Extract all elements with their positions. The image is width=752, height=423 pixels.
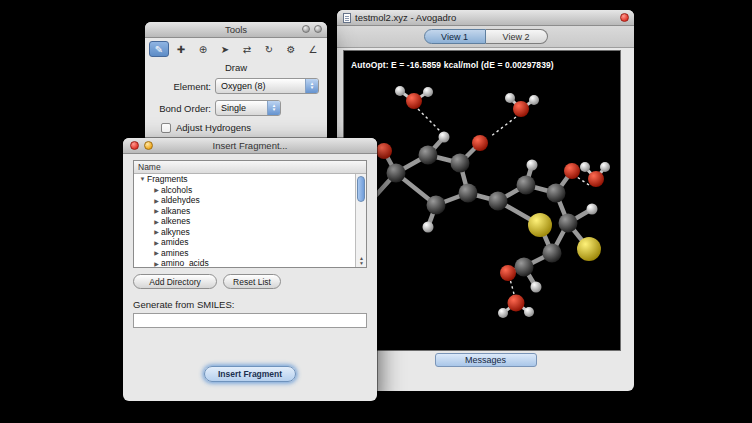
reset-list-button[interactable]: Reset List — [223, 274, 281, 289]
main-window-title: testmol2.xyz - Avogadro — [355, 12, 456, 23]
tree-item-fragments[interactable]: ▼ Fragments — [134, 174, 355, 185]
add-directory-button-label: Add Directory — [149, 277, 201, 287]
navigate-tool-glyph: ✚ — [177, 44, 185, 55]
document-icon — [343, 13, 351, 23]
bond-order-dropdown[interactable]: Single ▲▼ — [215, 100, 281, 116]
tree-item-label: amino_acids — [161, 258, 209, 267]
measure-tool-icon[interactable]: ∠ — [303, 41, 323, 57]
auto-rotate-tool-icon[interactable]: ↻ — [259, 41, 279, 57]
element-dropdown[interactable]: Oxygen (8) ▲▼ — [215, 78, 319, 94]
tree-item-label: aldehydes — [161, 195, 200, 205]
scrollbar-thumb[interactable] — [357, 176, 365, 202]
manipulate-tool-icon[interactable]: ⇄ — [237, 41, 257, 57]
tree-item-label: alkanes — [161, 206, 190, 216]
tree-item-amino-acids[interactable]: ▶ amino_acids — [134, 258, 355, 267]
chevron-right-icon[interactable]: ▶ — [152, 207, 161, 214]
chevron-right-icon[interactable]: ▶ — [152, 197, 161, 204]
draw-tool-glyph: ✎ — [155, 44, 163, 55]
tree-item-alkynes[interactable]: ▶ alkynes — [134, 227, 355, 238]
tree-item-alkanes[interactable]: ▶ alkanes — [134, 206, 355, 217]
chevron-right-icon[interactable]: ▶ — [152, 260, 161, 267]
add-directory-button[interactable]: Add Directory — [133, 274, 217, 289]
insert-fragment-button[interactable]: Insert Fragment — [204, 366, 296, 382]
dropdown-arrows-icon: ▲▼ — [267, 101, 280, 115]
insert-fragment-window: Insert Fragment... Name ▼ Fragments ▶ al… — [123, 138, 377, 401]
insert-fragment-button-label: Insert Fragment — [218, 369, 282, 379]
tree-item-label: alcohols — [161, 185, 192, 195]
reset-list-button-label: Reset List — [233, 277, 271, 287]
adjust-hydrogens-label: Adjust Hydrogens — [176, 122, 251, 133]
main-window-titlebar[interactable]: testmol2.xyz - Avogadro — [337, 10, 634, 26]
fragment-window-titlebar[interactable]: Insert Fragment... — [123, 138, 377, 154]
measure-tool-glyph: ∠ — [309, 44, 318, 55]
fragment-list-header-label: Name — [138, 162, 161, 172]
draw-tool-icon[interactable]: ✎ — [149, 41, 169, 57]
fragment-list-header[interactable]: Name — [134, 161, 366, 174]
dropdown-arrows-icon: ▲▼ — [305, 79, 318, 93]
navigate-tool-icon[interactable]: ✚ — [171, 41, 191, 57]
tree-item-label: alkynes — [161, 227, 190, 237]
chevron-right-icon[interactable]: ▶ — [152, 218, 161, 225]
minimize-icon[interactable] — [144, 141, 153, 150]
chevron-right-icon[interactable]: ▶ — [152, 228, 161, 235]
auto-optimize-tool-icon[interactable]: ⚙ — [281, 41, 301, 57]
tree-item-amides[interactable]: ▶ amides — [134, 237, 355, 248]
tools-window-titlebar[interactable]: Tools — [145, 22, 327, 38]
messages-button[interactable]: Messages — [435, 353, 537, 367]
fragment-window-title: Insert Fragment... — [123, 140, 377, 151]
tree-item-alcohols[interactable]: ▶ alcohols — [134, 185, 355, 196]
auto-rotate-tool-glyph: ↻ — [265, 44, 273, 55]
tools-window: Tools ✎ ✚ ⊕ ➤ ⇄ ↻ ⚙ ∠ Draw Element: Oxyg… — [145, 22, 327, 143]
fragment-list: Name ▼ Fragments ▶ alcohols ▶ aldehydes … — [133, 160, 367, 268]
bond-centric-tool-glyph: ⊕ — [199, 44, 207, 55]
tree-item-label: amides — [161, 237, 188, 247]
tab-view-1-label: View 1 — [441, 32, 468, 42]
tab-view-2-label: View 2 — [503, 32, 530, 42]
list-scrollbar[interactable]: ▲▼ — [355, 174, 366, 267]
fragment-list-body: ▼ Fragments ▶ alcohols ▶ aldehydes ▶ alk… — [134, 174, 366, 267]
chevron-down-icon[interactable]: ▼ — [138, 176, 147, 182]
smiles-input[interactable] — [133, 313, 367, 328]
molecule-viewport[interactable]: AutoOpt: E = -16.5859 kcal/mol (dE = 0.0… — [343, 50, 621, 351]
chevron-right-icon[interactable]: ▶ — [152, 249, 161, 256]
messages-button-label: Messages — [465, 355, 506, 365]
scrollbar-arrows-icon[interactable]: ▲▼ — [356, 256, 366, 266]
manipulate-tool-glyph: ⇄ — [243, 44, 251, 55]
adjust-hydrogens-checkbox[interactable] — [161, 123, 171, 133]
bond-order-dropdown-value: Single — [216, 103, 267, 113]
tree-item-alkenes[interactable]: ▶ alkenes — [134, 216, 355, 227]
bond-order-label: Bond Order: — [149, 103, 215, 114]
chevron-right-icon[interactable]: ▶ — [152, 239, 161, 246]
avogadro-main-window: testmol2.xyz - Avogadro View 1 View 2 Au… — [337, 10, 634, 391]
tab-view-1[interactable]: View 1 — [424, 29, 486, 44]
selection-tool-glyph: ➤ — [221, 44, 229, 55]
minimize-icon[interactable] — [302, 25, 310, 33]
tree-item-label: amines — [161, 248, 188, 258]
tools-window-title: Tools — [145, 24, 327, 35]
auto-optimize-tool-glyph: ⚙ — [287, 44, 296, 55]
tree-item-aldehydes[interactable]: ▶ aldehydes — [134, 195, 355, 206]
tree-item-label: alkenes — [161, 216, 190, 226]
view-tab-bar: View 1 View 2 — [337, 26, 634, 48]
bond-centric-tool-icon[interactable]: ⊕ — [193, 41, 213, 57]
molecule-3d-render[interactable] — [344, 51, 620, 350]
close-icon[interactable] — [314, 25, 322, 33]
element-dropdown-value: Oxygen (8) — [216, 81, 305, 91]
element-label: Element: — [149, 81, 215, 92]
tab-view-2[interactable]: View 2 — [486, 29, 548, 44]
smiles-label: Generate from SMILES: — [133, 299, 234, 310]
chevron-right-icon[interactable]: ▶ — [152, 186, 161, 193]
tool-strip: ✎ ✚ ⊕ ➤ ⇄ ↻ ⚙ ∠ — [149, 41, 323, 58]
tree-item-amines[interactable]: ▶ amines — [134, 248, 355, 259]
close-icon[interactable] — [130, 141, 139, 150]
tree-item-label: Fragments — [147, 174, 188, 184]
selection-tool-icon[interactable]: ➤ — [215, 41, 235, 57]
active-tool-title: Draw — [145, 62, 327, 73]
autoopt-status-text: AutoOpt: E = -16.5859 kcal/mol (dE = 0.0… — [351, 60, 554, 70]
close-icon[interactable] — [620, 13, 629, 22]
